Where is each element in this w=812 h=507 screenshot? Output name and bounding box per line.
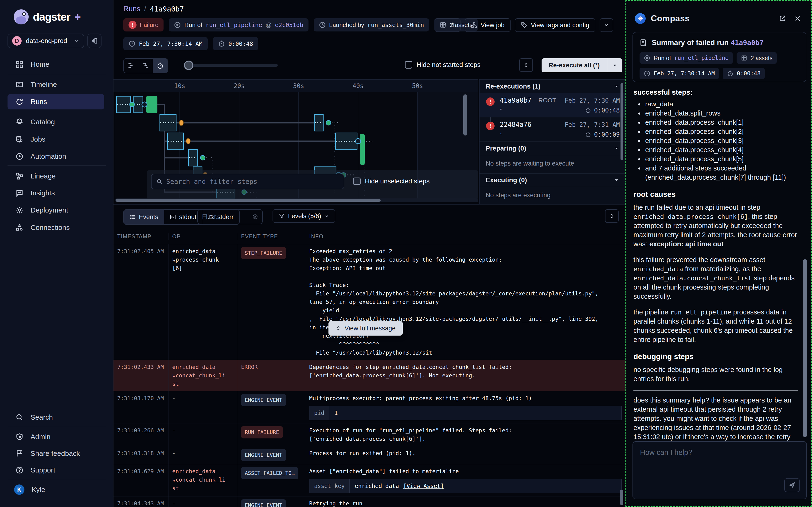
run-id[interactable]: 41a9a0b7 xyxy=(500,97,532,104)
reexecutions-section-header[interactable]: Re-executions (1) xyxy=(480,79,626,93)
reexecutions-panel: Re-executions (1) ! 41a9a0b7 ROOT Feb 27… xyxy=(479,79,626,204)
events-section: Events stdout stderr Levels (5/6) xyxy=(113,204,626,507)
compass-scrollbar[interactable] xyxy=(803,259,807,437)
sidebar-item-support[interactable]: Support xyxy=(7,462,104,478)
sidebar-item-jobs[interactable]: Jobs xyxy=(7,131,104,147)
tab-events[interactable]: Events xyxy=(124,210,164,224)
more-actions-button[interactable] xyxy=(600,18,613,32)
log-filter-box[interactable] xyxy=(197,209,263,224)
bell-icon xyxy=(441,22,447,29)
step-search-box[interactable] xyxy=(151,174,344,189)
reexecute-dropdown[interactable] xyxy=(607,58,622,72)
event-type-badge: ASSET_FAILED_TO… xyxy=(241,467,299,479)
tab-stdout[interactable]: stdout xyxy=(164,210,203,224)
levels-filter-button[interactable]: Levels (5/6) xyxy=(273,209,335,223)
sidebar-collapse-button[interactable] xyxy=(88,34,102,48)
sidebar-item-automation[interactable]: Automation xyxy=(7,149,104,164)
status-badge: ! Failure xyxy=(123,18,164,32)
sidebar-item-connections[interactable]: Connections xyxy=(7,220,104,235)
event-type-badge: ENGINE_EVENT xyxy=(241,394,286,406)
lineage-icon xyxy=(15,172,23,180)
table-row[interactable]: 7:31:03.170 AM - ENGINE_EVENT Multiproce… xyxy=(113,391,626,424)
scrollbar-handle[interactable] xyxy=(116,199,381,202)
sidebar-item-deployment[interactable]: Deployment xyxy=(7,203,104,218)
clock-icon xyxy=(319,21,326,29)
root-causes-heading: root causes xyxy=(634,190,798,199)
expand-panel-button[interactable] xyxy=(519,58,533,72)
sidebar-item-search[interactable]: Search xyxy=(7,409,104,425)
reexecute-all-split-button[interactable]: Re-execute all (*) xyxy=(542,58,622,72)
reexecute-all-label[interactable]: Re-execute all (*) xyxy=(542,58,607,72)
view-tags-config-button[interactable]: View tags and config xyxy=(515,18,595,32)
view-asset-link[interactable]: [View Asset] xyxy=(403,482,444,490)
chat-input[interactable] xyxy=(640,448,786,476)
view-timed-button[interactable] xyxy=(153,59,167,73)
sidebar-item-lineage[interactable]: Lineage xyxy=(7,168,104,184)
main-content: Runs / 41a9a0b7 ! Failure Run of run_etl… xyxy=(113,0,626,507)
pipeline-link[interactable]: run_etl_pipeline xyxy=(674,55,728,61)
sidebar-item-insights[interactable]: Insights xyxy=(7,185,104,201)
commit-link[interactable]: e2c051db xyxy=(275,21,303,29)
sidebar-item-label: Support xyxy=(31,466,55,474)
insights-icon xyxy=(15,189,23,197)
hide-unselected-checkbox-row[interactable]: Hide unselected steps xyxy=(353,177,430,185)
step-search-input[interactable] xyxy=(166,178,339,185)
alerts-button[interactable]: 0 xyxy=(435,18,461,32)
sidebar-item-timeline[interactable]: Timeline xyxy=(7,77,104,92)
executing-section-header[interactable]: Executing (0) xyxy=(480,173,626,187)
hide-unselected-checkbox[interactable] xyxy=(353,177,361,185)
logo-plus: + xyxy=(74,11,81,23)
list-item: enriched_data.split_rows xyxy=(644,109,798,118)
preparing-empty-text: No steps are waiting to execute xyxy=(480,155,626,173)
open-external-icon[interactable] xyxy=(777,13,788,24)
table-row[interactable]: 7:31:03.266 AM - RUN_FAILURE Execution o… xyxy=(113,424,626,446)
flat-list-icon xyxy=(127,62,134,69)
sidebar-item-admin[interactable]: Admin xyxy=(7,429,104,445)
preparing-section-header[interactable]: Preparing (0) xyxy=(480,142,626,155)
run-steps-star: * xyxy=(500,131,502,138)
assets-chip: 2 assets xyxy=(737,52,777,64)
send-button[interactable] xyxy=(784,478,800,492)
sidebar-item-home[interactable]: Home xyxy=(7,57,104,72)
hide-not-started-checkbox-row[interactable]: Hide not started steps xyxy=(405,61,481,68)
reexecution-run-item[interactable]: ! 41a9a0b7 ROOT Feb 27, 7:30 AM * 0:00:4… xyxy=(480,93,626,117)
compass-header: ✳ Compass xyxy=(627,10,811,27)
view-full-message-button[interactable]: View full message xyxy=(328,321,403,336)
home-grid-icon xyxy=(15,60,23,68)
table-row-highlighted[interactable]: 7:31:02.433 AM enriched_data↳concat_chun… xyxy=(113,360,626,391)
shield-icon xyxy=(15,433,23,441)
sidebar-item-share-feedback[interactable]: Share feedback xyxy=(7,446,104,461)
zoom-slider-handle[interactable] xyxy=(184,61,194,70)
sidebar-item-catalog[interactable]: Catalog xyxy=(7,114,104,130)
gantt-horizontal-scrollbar[interactable] xyxy=(115,199,478,202)
view-job-button[interactable]: View job xyxy=(465,18,511,32)
close-icon[interactable] xyxy=(793,14,803,23)
clear-filter-icon[interactable] xyxy=(252,214,258,220)
run-id[interactable]: 22484a76 xyxy=(500,121,532,128)
table-row[interactable]: 7:31:03.629 AM enriched_data↳concat_chun… xyxy=(113,464,626,496)
view-flat-button[interactable] xyxy=(124,59,139,73)
question-circle-icon xyxy=(15,466,23,474)
pipeline-link[interactable]: run_etl_pipeline xyxy=(206,21,262,29)
zoom-slider-track[interactable] xyxy=(185,64,278,67)
hide-not-started-checkbox[interactable] xyxy=(405,61,412,68)
list-item: enriched_data.process_chunk[3] xyxy=(644,136,798,146)
view-waterfall-button[interactable] xyxy=(139,59,153,73)
user-name: Kyle xyxy=(32,486,45,494)
org-selector[interactable]: D data-eng-prod xyxy=(7,34,84,48)
table-row[interactable]: 7:31:02.405 AM enriched_data↳process_chu… xyxy=(113,244,626,360)
events-scrollbar[interactable] xyxy=(620,490,623,505)
sidebar-item-user[interactable]: K Kyle xyxy=(7,482,104,497)
reexecutions-scrollbar[interactable] xyxy=(620,83,623,160)
table-row[interactable]: 7:31:04.343 AM - ENGINE_EVENT Retrying t… xyxy=(113,496,626,507)
table-row[interactable]: 7:31:03.318 AM - ENGINE_EVENT Process fo… xyxy=(113,446,626,464)
expand-logs-button[interactable] xyxy=(605,209,618,223)
sidebar-item-runs[interactable]: Runs xyxy=(7,94,104,109)
reexecution-run-item[interactable]: ! 22484a76 Feb 27, 7:31 AM * 0:00:09 xyxy=(480,117,626,142)
launched-by-chip: Launched by run_assets_30min xyxy=(314,18,429,32)
stopwatch-icon xyxy=(218,40,225,47)
breadcrumb-runs-link[interactable]: Runs xyxy=(123,5,140,13)
log-filter-input[interactable] xyxy=(202,213,250,221)
run-failure-icon: ! xyxy=(486,98,495,106)
gantt-vertical-scrollbar[interactable] xyxy=(463,95,467,135)
